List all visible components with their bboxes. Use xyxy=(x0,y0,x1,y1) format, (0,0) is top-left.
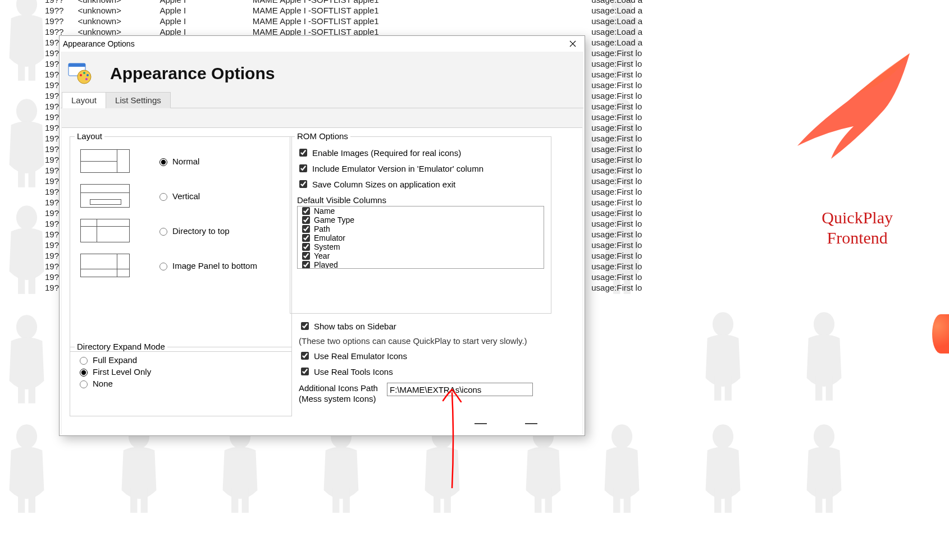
radio-dirtop-input[interactable] xyxy=(159,228,167,236)
dialog-button-placeholder-2[interactable] xyxy=(525,423,537,424)
radio-none-expand-input[interactable] xyxy=(80,380,88,388)
list-item-label: Name xyxy=(314,206,335,215)
radio-imgbottom[interactable]: Image Panel to bottom xyxy=(157,261,257,270)
check-show-tabs[interactable]: Show tabs on Sidebar xyxy=(299,320,546,332)
list-item-check[interactable] xyxy=(302,261,310,269)
list-item-check[interactable] xyxy=(302,225,310,233)
radio-none-expand-label: None xyxy=(93,379,113,388)
svg-rect-40 xyxy=(434,489,440,513)
svg-rect-22 xyxy=(714,377,721,401)
svg-rect-49 xyxy=(714,489,721,513)
check-include-version[interactable]: Include Emulator Version in 'Emulator' c… xyxy=(297,163,544,174)
svg-rect-8 xyxy=(29,163,35,187)
svg-point-48 xyxy=(713,424,733,448)
radio-imgbottom-input[interactable] xyxy=(159,263,167,270)
layout-thumb-img-icon xyxy=(80,254,130,277)
check-real-emu-icons-label: Use Real Emulator Icons xyxy=(314,351,407,361)
svg-rect-2 xyxy=(29,57,35,81)
radio-full-expand-input[interactable] xyxy=(80,357,88,365)
layout-thumb-dir-icon xyxy=(80,219,130,242)
check-real-emu-icons[interactable]: Use Real Emulator Icons xyxy=(299,350,546,361)
svg-rect-52 xyxy=(815,489,822,513)
svg-point-6 xyxy=(16,99,37,123)
appearance-options-dialog: Appearance Options Appearance Options La… xyxy=(59,35,585,436)
check-show-tabs-input[interactable] xyxy=(301,322,309,330)
list-item[interactable]: Path xyxy=(298,224,544,233)
list-item-check[interactable] xyxy=(302,207,310,215)
visible-columns-list[interactable]: NameGame TypePathEmulatorSystemYearPlaye… xyxy=(297,206,544,269)
svg-point-57 xyxy=(80,74,82,76)
list-item[interactable]: Emulator xyxy=(298,233,544,242)
check-save-cols-input[interactable] xyxy=(299,180,307,188)
radio-dirtop[interactable]: Directory to top xyxy=(157,226,230,236)
check-enable-images-label: Enable Images (Required for real icons) xyxy=(312,148,461,158)
svg-rect-44 xyxy=(545,489,552,513)
dir-expand-group: Directory Expand Mode Full Expand First … xyxy=(70,347,292,416)
visible-columns-label: Default Visible Columns xyxy=(297,195,544,205)
slow-start-note: (These two options can cause QuickPlay t… xyxy=(299,336,546,346)
icons-path-label: Additional Icons Path (Mess system Icons… xyxy=(299,383,380,404)
check-enable-images-input[interactable] xyxy=(299,149,307,157)
svg-point-24 xyxy=(814,312,834,336)
dir-expand-legend: Directory Expand Mode xyxy=(75,342,167,351)
page-title: Appearance Options xyxy=(110,64,275,83)
radio-full-expand[interactable]: Full Expand xyxy=(77,355,285,365)
titlebar[interactable]: Appearance Options xyxy=(60,36,585,52)
list-item[interactable]: Year xyxy=(298,251,544,260)
list-item-check[interactable] xyxy=(302,216,310,224)
svg-point-21 xyxy=(713,312,733,336)
svg-rect-35 xyxy=(242,489,249,513)
list-item[interactable]: Played xyxy=(298,260,544,269)
list-item-check[interactable] xyxy=(302,243,310,251)
svg-rect-55 xyxy=(69,63,85,67)
svg-rect-53 xyxy=(826,489,833,513)
brand-text: QuickPlay Frontend xyxy=(822,208,893,248)
check-enable-images[interactable]: Enable Images (Required for real icons) xyxy=(297,147,544,158)
dialog-button-placeholder-1[interactable] xyxy=(474,423,487,424)
list-item[interactable]: Name xyxy=(298,206,544,215)
check-include-version-label: Include Emulator Version in 'Emulator' c… xyxy=(312,164,483,173)
brand-line1: QuickPlay xyxy=(822,208,893,228)
rom-options-group: ROM Options Enable Images (Required for … xyxy=(290,136,551,314)
tabstrip: Layout List Settings xyxy=(61,91,583,108)
radio-first-level[interactable]: First Level Only xyxy=(77,367,285,377)
check-real-tools-icons-label: Use Real Tools Icons xyxy=(314,367,393,377)
check-save-cols-label: Save Column Sizes on application exit xyxy=(312,180,455,189)
svg-point-58 xyxy=(83,72,85,74)
svg-rect-7 xyxy=(18,163,25,187)
radio-first-level-input[interactable] xyxy=(80,369,88,377)
svg-rect-43 xyxy=(535,489,541,513)
rom-options-legend: ROM Options xyxy=(295,131,350,141)
radio-vertical-input[interactable] xyxy=(159,193,167,201)
radio-normal-label: Normal xyxy=(172,157,199,166)
list-item-label: Game Type xyxy=(314,215,354,224)
svg-rect-46 xyxy=(613,489,620,513)
radio-vertical[interactable]: Vertical xyxy=(157,191,200,201)
check-save-cols[interactable]: Save Column Sizes on application exit xyxy=(297,178,544,190)
check-include-version-input[interactable] xyxy=(299,164,307,172)
svg-point-27 xyxy=(16,424,37,448)
radio-normal-input[interactable] xyxy=(159,158,167,166)
check-real-emu-icons-input[interactable] xyxy=(301,352,309,360)
svg-point-59 xyxy=(86,74,89,76)
list-item-check[interactable] xyxy=(302,252,310,260)
close-button[interactable] xyxy=(561,36,585,52)
list-item[interactable]: System xyxy=(298,242,544,251)
tab-layout[interactable]: Layout xyxy=(62,92,106,108)
svg-rect-47 xyxy=(624,489,631,513)
check-real-tools-icons-input[interactable] xyxy=(301,368,309,375)
radio-normal[interactable]: Normal xyxy=(157,157,199,166)
background-figure-icon xyxy=(696,309,750,404)
icons-path-input[interactable] xyxy=(387,383,533,396)
list-item[interactable]: Game Type xyxy=(298,215,544,224)
svg-point-51 xyxy=(814,424,834,448)
list-item-check[interactable] xyxy=(302,234,310,242)
radio-none-expand[interactable]: None xyxy=(77,379,285,388)
svg-rect-28 xyxy=(18,489,25,513)
tab-list-settings[interactable]: List Settings xyxy=(106,92,171,108)
background-figure-icon xyxy=(797,421,851,516)
svg-point-18 xyxy=(16,315,37,339)
list-item-label: Year xyxy=(314,251,330,260)
background-figure-icon xyxy=(0,311,53,407)
check-real-tools-icons[interactable]: Use Real Tools Icons xyxy=(299,366,546,377)
